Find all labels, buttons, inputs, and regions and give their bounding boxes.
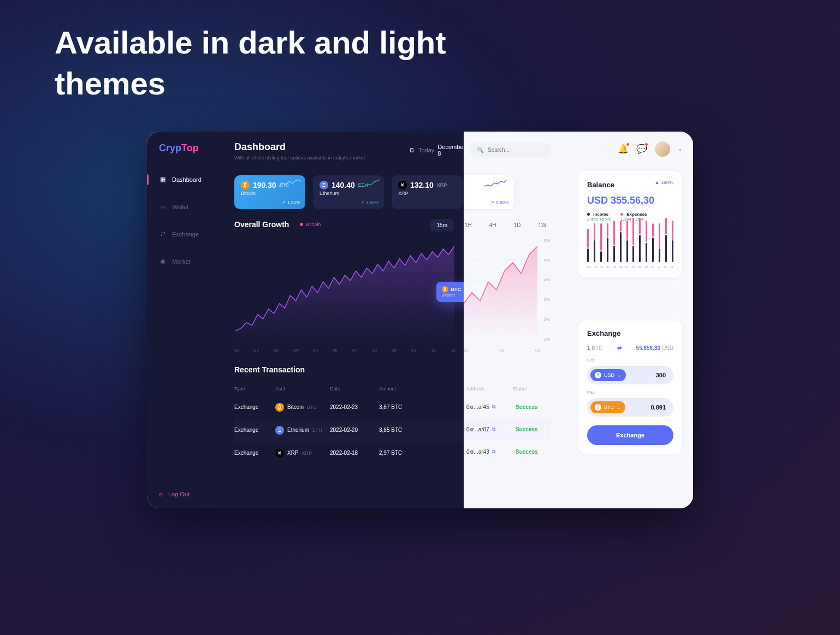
col-type: Type (234, 386, 275, 391)
swap-button[interactable]: ⇄ (617, 345, 622, 351)
table-row[interactable]: 0xr...ar87 ⧉ Success (464, 418, 551, 441)
sidebar: CrypTop ▦ Dashboard ▭ Wallet ⇄ Exchange … (147, 132, 229, 508)
table-row[interactable]: Exchange ✕XRP XRP 2022-02-18 2,97 BTC (234, 442, 464, 465)
tooltip-sym: BTC (451, 287, 462, 292)
cell-status: Success (516, 404, 538, 410)
dark-theme-half: CrypTop ▦ Dashboard ▭ Wallet ⇄ Exchange … (147, 132, 464, 508)
balance-amount: USD 355.56,30 (587, 195, 673, 206)
exchange-button[interactable]: Exchange (587, 425, 673, 445)
search-field[interactable]: 🔍 (469, 143, 551, 157)
trend-up-icon: ↗ (360, 200, 364, 205)
date-picker[interactable]: 🗓︎ Today December 8 ⌄ (409, 144, 464, 157)
sidebar-item-label: Exchange (172, 231, 199, 238)
page-title: Dashboard (234, 141, 365, 153)
xrp-icon: ✕ (398, 181, 407, 189)
balance-legend: Income 2.456 +55% Expenses 1.344 +35% (587, 212, 673, 222)
get-input-row: $ USD ⌄ 300 (587, 366, 673, 384)
trend-up-icon: ↗ (282, 200, 286, 205)
pay-label: Pay (587, 390, 673, 395)
logout-button[interactable]: ⎋ Log Out (159, 491, 190, 497)
exchange-card: Exchange 1 BTC ⇄ 55.656,30 USD Get $ USD… (578, 321, 682, 454)
date-value: December 8 (437, 144, 464, 157)
sidebar-item-market[interactable]: ◉ Market (147, 252, 229, 271)
notification-dot (644, 143, 648, 146)
income-legend: Income 2.456 +55% (587, 212, 611, 222)
chevron-down-icon[interactable]: ⌄ (678, 146, 682, 152)
search-icon: 🔍 (477, 147, 483, 153)
logout-label: Log Out (168, 491, 190, 497)
balance-bar-chart (587, 229, 673, 262)
bitcoin-icon: ₿ (442, 286, 448, 293)
time-tab-1h[interactable]: 1H (464, 219, 478, 232)
coin-card-eth[interactable]: Ξ 140.40 ETH Etherium ↗1.60% (313, 175, 384, 209)
user-avatar[interactable] (655, 141, 670, 157)
growth-area-svg (464, 238, 540, 342)
coin-name: XRP (398, 191, 456, 196)
growth-chart-dark: 010203040506070809101112 ₿BTC↗ 1.90% Bit… (234, 238, 456, 353)
sidebar-item-label: Market (172, 258, 191, 265)
time-tab-4h[interactable]: 4H (483, 219, 503, 232)
coin-price: 140.40 (332, 181, 355, 189)
calendar-icon: 🗓︎ (409, 147, 415, 153)
coin-change: ↗1.60% (360, 200, 378, 205)
coin-card-xrp-light[interactable]: ↗0.80% (464, 175, 514, 209)
sidebar-item-wallet[interactable]: ▭ Wallet (147, 198, 229, 216)
logout-icon: ⎋ (159, 491, 163, 497)
bitcoin-icon: ₿ (241, 181, 250, 189)
cell-status: Success (516, 426, 538, 432)
time-tab-1w[interactable]: 1W (531, 219, 553, 232)
market-icon: ◉ (159, 258, 167, 265)
income-change: +55% (599, 217, 611, 222)
time-tab-1d[interactable]: 1D (507, 219, 528, 232)
table-row[interactable]: Exchange ΞEtherium ETH 2022-02-20 3,65 B… (234, 419, 464, 442)
sidebar-item-dashboard[interactable]: ▦ Dashboard (147, 170, 229, 189)
chevron-down-icon: ⌄ (617, 405, 621, 410)
hero-title: Available in dark and light themes (55, 22, 492, 104)
table-row[interactable]: Exchange ₿Bitcoin BTC 2022-02-23 3,87 BT… (234, 396, 464, 419)
search-input[interactable] (488, 147, 543, 153)
time-tab-15m[interactable]: 15m (430, 219, 454, 232)
bitcoin-icon: ₿ (595, 404, 601, 411)
copy-icon[interactable]: ⧉ (492, 426, 495, 432)
rate-from: 1 BTC (587, 345, 602, 351)
sidebar-item-exchange[interactable]: ⇄ Exchange (147, 225, 229, 244)
income-value: 2.456 (587, 217, 598, 222)
coin-change: ↗1.90% (282, 200, 300, 205)
usd-icon: $ (595, 372, 601, 378)
sparkline-btc (279, 179, 301, 189)
col-status: Status (513, 386, 527, 391)
brand-logo[interactable]: CrypTop (147, 143, 229, 154)
notifications-button[interactable]: 🔔 (618, 144, 629, 155)
exchange-icon: ⇄ (159, 230, 167, 238)
copy-icon[interactable]: ⧉ (492, 404, 495, 410)
sidebar-item-label: Wallet (172, 204, 188, 210)
table-header: Type Aset Date Amount (234, 382, 464, 396)
get-currency: USD (604, 372, 614, 378)
cell-address: 0xr...ar43 ⧉ (466, 449, 516, 455)
coin-card-btc[interactable]: ₿ 190.30 BTC Bitcoin ↗1.90% (234, 175, 305, 209)
coin-change: ↗0.80% (490, 200, 508, 205)
exchange-rate: 1 BTC ⇄ 55.656,30 USD (587, 345, 673, 351)
pay-currency-select[interactable]: ₿ BTC ⌄ (590, 401, 625, 413)
get-amount[interactable]: 300 (626, 372, 666, 378)
recent-transactions-title: Recent Transaction (234, 365, 305, 374)
income-dot (587, 213, 590, 216)
time-range-tabs: 15m (430, 219, 454, 232)
coin-card-xrp[interactable]: ✕ 132.10 XRP XRP (392, 175, 463, 209)
messages-button[interactable]: 💬 (636, 144, 647, 155)
col-amount: Amount (379, 386, 423, 391)
table-row[interactable]: 0xr...ar45 ⧉ Success (464, 396, 551, 418)
get-currency-select[interactable]: $ USD ⌄ (590, 369, 626, 381)
dashboard-icon: ▦ (159, 176, 167, 183)
table-header-light: Address Status (464, 382, 551, 396)
chart-x-axis-dark: 010203040506070809101112 (234, 348, 456, 353)
pay-amount[interactable]: 0.891 (625, 404, 666, 411)
chart-tooltip: ₿BTC↗ 1.90% Bitcoin (436, 282, 464, 302)
chart-x-axis-light: 010203 (464, 348, 540, 353)
table-row[interactable]: 0xr...ar43 ⧉ Success (464, 441, 551, 463)
coin-name: Etherium (320, 191, 377, 196)
pay-input-row: ₿ BTC ⌄ 0.891 (587, 398, 673, 417)
coin-cards: ₿ 190.30 BTC Bitcoin ↗1.90% Ξ 140.40 ETH… (234, 175, 463, 209)
copy-icon[interactable]: ⧉ (492, 449, 495, 455)
chart-y-axis-light: 6%5%4%3%2%1% (543, 238, 550, 342)
